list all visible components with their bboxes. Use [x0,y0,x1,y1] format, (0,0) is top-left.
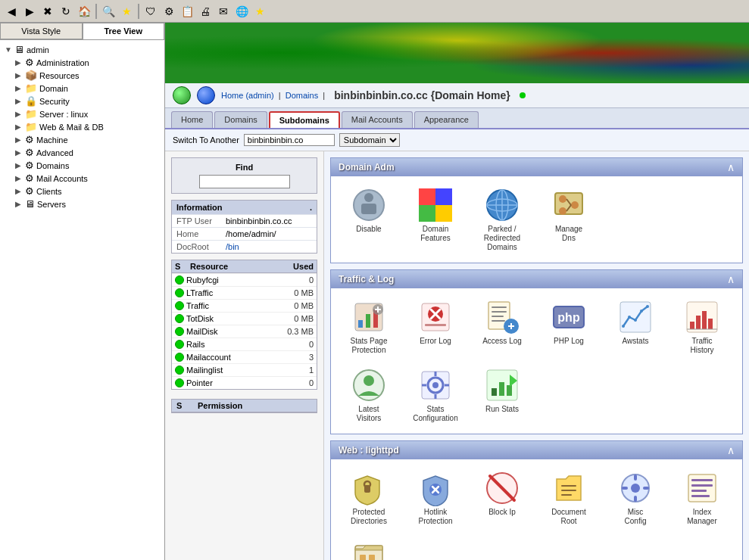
icon-awstats[interactable]: Awstats [605,296,666,358]
tree-item-clients[interactable]: ▶ ⚙ Clients [14,185,161,198]
icon-manage-dns[interactable]: ManageDns [538,184,599,255]
misc-config-img [617,470,654,506]
svg-rect-82 [688,474,716,502]
icon-document-root[interactable]: DocumentRoot [538,467,599,529]
tree-label-advanced: Advanced [36,148,73,157]
domains-link[interactable]: Domains [286,91,318,100]
tree-item-web-mail-db[interactable]: ▶ 📁 Web & Mail & DB [14,120,161,133]
tree-item-servers[interactable]: ▶ 🖥 Servers [14,198,161,210]
status-dot-mailinglist [175,366,184,375]
svg-rect-30 [425,324,446,326]
res-row-totdisk: TotDisk 0 MB [172,312,317,325]
bookmark-icon[interactable]: ★ [251,3,268,20]
svg-rect-2 [361,204,376,214]
star-icon[interactable]: ★ [118,3,135,20]
run-stats-label: Run Stats [485,405,519,414]
error-log-label: Error Log [420,337,451,346]
icon-php-log[interactable]: php PHP Log [538,296,599,358]
forward-button[interactable]: ▶ [21,3,38,20]
icon-disable[interactable]: Disable [339,184,399,255]
stats-page-protection-svg [351,299,387,335]
status-dot-maildisk [175,327,184,336]
gear-icon[interactable]: ⚙ [161,3,177,20]
icon-traffic-history[interactable]: TrafficHistory [672,296,732,358]
svg-rect-86 [691,495,710,497]
mail-icon[interactable]: ✉ [215,3,232,20]
res-col-s-header: S [175,262,190,271]
docroot-link[interactable]: /bin [226,242,239,251]
tree-item-machine[interactable]: ▶ ⚙ Machine [14,133,161,146]
tab-mail-accounts[interactable]: Mail Accounts [342,111,413,128]
tree-item-advanced[interactable]: ▶ ⚙ Advanced [14,146,161,159]
administration-icon: ⚙ [25,57,34,68]
icon-misc-config[interactable]: MiscConfig [605,467,666,529]
tree-label-domain: Domain [39,84,68,93]
tab-vista-style[interactable]: Vista Style [0,23,83,39]
svg-rect-6 [419,205,435,222]
domains-icon: ⚙ [25,160,34,171]
find-input[interactable] [199,175,290,188]
svg-rect-63 [499,382,504,396]
icon-index-manager[interactable]: IndexManager [672,467,732,529]
icon-stats-page-protection[interactable]: Stats PageProtection [339,296,399,358]
section-domain-adm-collapse[interactable]: ∧ [727,161,735,173]
tree-item-domains[interactable]: ▶ ⚙ Domains [14,159,161,172]
section-domain-adm-title: Domain Adm [339,162,395,173]
icon-parked-redirected[interactable]: Parked /RedirectedDomains [472,184,532,255]
svg-rect-51 [708,319,713,329]
section-web-lighttpd-collapse[interactable]: ∧ [727,444,735,456]
nav-bar: Home (admin) | Domains | binbinbinbin.co… [165,83,749,108]
icon-error-log[interactable]: Error Log [405,296,466,358]
refresh-button[interactable]: ↻ [58,3,74,20]
icon-hotlink-protection[interactable]: HotlinkProtection [405,467,466,529]
tree-item-domain[interactable]: ▶ 📁 Domain [14,82,161,95]
icon-latest-visitors[interactable]: LatestVisitors [339,364,399,426]
icon-domain-features[interactable]: DomainFeatures [405,184,466,255]
home-link[interactable]: Home (admin) [221,91,274,100]
clipboard-icon[interactable]: 📋 [179,3,195,20]
tree-item-mail-accounts[interactable]: ▶ ⚙ Mail Accounts [14,172,161,185]
icon-block-ip[interactable]: Block Ip [472,467,532,529]
tab-subdomains[interactable]: Subdomains [269,111,340,128]
expand-icon: ▼ [5,45,12,54]
res-col-u-header: Used [276,262,314,271]
toolbar-separator-2 [138,4,139,19]
tree-item-security[interactable]: ▶ 🔒 Security [14,95,161,107]
svg-point-15 [559,207,566,215]
tab-home[interactable]: Home [171,111,213,128]
shield-icon[interactable]: 🛡 [142,3,159,20]
switch-input[interactable] [244,134,335,146]
tab-domains[interactable]: Domains [214,111,267,128]
icon-file-manager[interactable]: FileManager [339,535,399,560]
home-label: Home [176,229,226,238]
icon-access-log[interactable]: Access Log [472,296,532,358]
tree-label-domains: Domains [36,161,69,170]
search-icon[interactable]: 🔍 [100,3,117,20]
home-button[interactable]: 🏠 [76,3,92,20]
res-name-rails: Rails [184,340,276,349]
res-name-rubyfcgi: Rubyfcgi [184,275,276,285]
section-domain-adm: Domain Adm ∧ [330,157,743,263]
icon-protected-directories[interactable]: ProtectedDirectories [339,467,399,529]
tab-tree-view[interactable]: Tree View [83,23,165,39]
tree-item-server-linux[interactable]: ▶ 📁 Server : linux [14,107,161,120]
res-row-maildisk: MailDisk 0.3 MB [172,325,317,338]
icon-run-stats[interactable]: Run Stats [472,364,532,426]
print-icon[interactable]: 🖨 [197,3,214,20]
manage-dns-svg [551,187,587,223]
tree-item-resources[interactable]: ▶ 📦 Resources [14,69,161,82]
switch-dropdown[interactable]: Subdomain [339,133,400,147]
section-traffic-log-collapse[interactable]: ∧ [727,273,735,285]
tree-item-admin[interactable]: ▼ 🖥 admin [3,43,161,56]
globe-icon[interactable]: 🌐 [233,3,250,20]
svg-point-43 [628,316,631,319]
svg-point-14 [559,195,566,203]
tab-appearance[interactable]: Appearance [414,111,479,128]
sidebar: Vista Style Tree View ▼ 🖥 admin ▶ ⚙ Admi… [0,23,165,560]
clients-icon: ⚙ [25,185,34,197]
back-button[interactable]: ◀ [3,3,20,20]
stop-button[interactable]: ✖ [39,3,56,20]
protected-directories-svg [351,470,387,506]
tree-item-administration[interactable]: ▶ ⚙ Administration [14,56,161,69]
icon-stats-configuration[interactable]: StatsConfiguration [405,364,466,426]
